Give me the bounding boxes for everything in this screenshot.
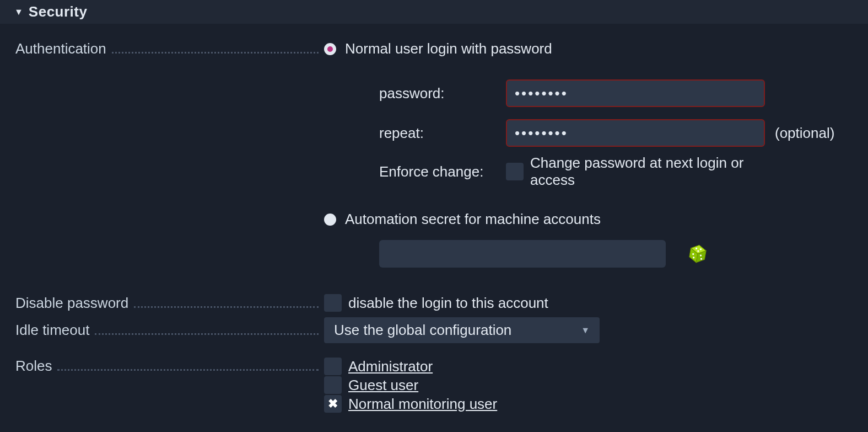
select-idle-timeout-value: Use the global configuration	[334, 322, 511, 339]
dice-icon[interactable]	[686, 242, 709, 265]
link-role-normal-monitoring[interactable]: Normal monitoring user	[348, 396, 497, 413]
link-role-guest[interactable]: Guest user	[348, 377, 418, 394]
label-optional: (optional)	[765, 125, 853, 142]
label-idle-timeout: Idle timeout	[15, 322, 89, 339]
label-repeat: repeat:	[379, 125, 506, 142]
role-normal-monitoring-user: Normal monitoring user	[324, 395, 853, 413]
enforce-change-text: Change password at next login or access	[530, 154, 765, 189]
chevron-down-icon: ▼	[581, 326, 590, 335]
radio-normal-label: Normal user login with password	[345, 40, 552, 57]
link-role-administrator[interactable]: Administrator	[348, 358, 433, 375]
authentication-value: Normal user login with password password…	[324, 40, 853, 268]
collapse-triangle-icon: ▼	[11, 8, 23, 17]
checkbox-role-administrator[interactable]	[324, 358, 342, 375]
checkbox-role-normal-monitoring[interactable]	[324, 395, 342, 413]
radio-icon	[324, 43, 336, 55]
password-block: password: repeat: (optional) Enforce cha…	[324, 79, 853, 189]
select-idle-timeout[interactable]: Use the global configuration ▼	[324, 317, 600, 343]
row-disable-password: Disable password disable the login to th…	[15, 294, 853, 312]
role-guest-user: Guest user	[324, 376, 853, 394]
automation-secret-input[interactable]	[379, 240, 666, 268]
disable-login-text: disable the login to this account	[348, 295, 548, 312]
row-roles: Roles Administrator Guest user Normal mo…	[15, 358, 853, 414]
password-input[interactable]	[506, 79, 765, 107]
automation-secret-row	[324, 240, 853, 268]
checkbox-disable-login[interactable]	[324, 294, 342, 312]
row-idle-timeout: Idle timeout Use the global configuratio…	[15, 317, 853, 343]
dotted-leader	[112, 41, 319, 54]
section-header[interactable]: ▼ Security	[0, 0, 868, 24]
checkbox-role-guest[interactable]	[324, 376, 342, 394]
role-administrator: Administrator	[324, 358, 853, 375]
dotted-leader	[134, 295, 319, 307]
row-authentication: Authentication Normal user login with pa…	[15, 40, 853, 268]
radio-normal-login[interactable]: Normal user login with password	[324, 40, 853, 57]
section-body: Authentication Normal user login with pa…	[0, 24, 868, 414]
section-title: Security	[29, 3, 88, 20]
repeat-password-input[interactable]	[506, 119, 765, 147]
checkbox-enforce-change[interactable]	[506, 163, 524, 180]
radio-automation-secret[interactable]: Automation secret for machine accounts	[324, 211, 853, 228]
dotted-leader	[95, 322, 319, 335]
dotted-leader	[57, 358, 319, 371]
label-disable-password: Disable password	[15, 295, 128, 312]
label-authentication: Authentication	[15, 40, 106, 57]
label-password: password:	[379, 85, 506, 102]
radio-icon	[324, 214, 336, 226]
label-enforce: Enforce change:	[379, 163, 506, 180]
radio-automation-label: Automation secret for machine accounts	[345, 211, 601, 228]
label-roles: Roles	[15, 358, 52, 375]
